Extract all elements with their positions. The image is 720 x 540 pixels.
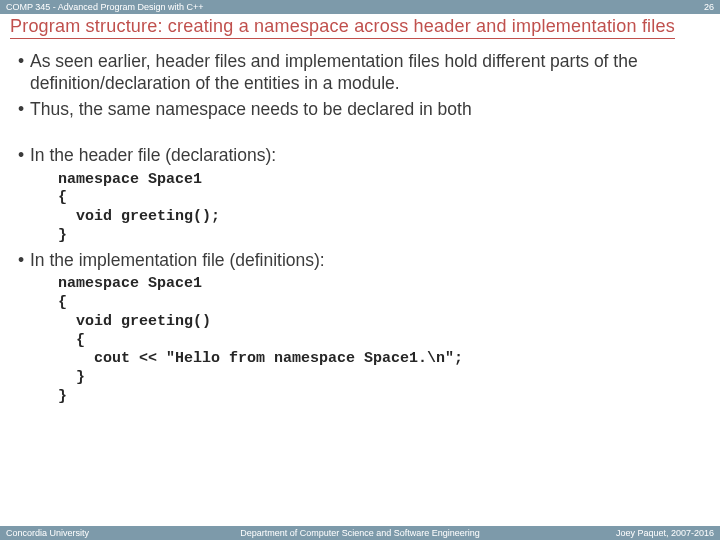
bullet-text: In the header file (declarations): [30, 145, 702, 167]
slide-title: Program structure: creating a namespace … [10, 16, 675, 39]
slide: COMP 345 - Advanced Program Design with … [0, 0, 720, 540]
bullet-text: Thus, the same namespace needs to be dec… [30, 99, 702, 121]
bullet-dot-icon [18, 145, 30, 167]
bullet-item: In the implementation file (definitions)… [18, 250, 702, 272]
code-block-impl: namespace Space1 { void greeting() { cou… [18, 275, 702, 406]
footer-left: Concordia University [6, 528, 89, 538]
header-bar: COMP 345 - Advanced Program Design with … [0, 0, 720, 14]
bullet-dot-icon [18, 99, 30, 121]
title-bar: Program structure: creating a namespace … [0, 14, 720, 41]
bullet-text: In the implementation file (definitions)… [30, 250, 702, 272]
footer-right: Joey Paquet, 2007-2016 [616, 528, 714, 538]
footer-bar: Concordia University Department of Compu… [0, 526, 720, 540]
bullet-text: As seen earlier, header files and implem… [30, 51, 702, 95]
footer-center: Department of Computer Science and Softw… [0, 528, 720, 538]
bullet-dot-icon [18, 51, 30, 95]
code-block-header: namespace Space1 { void greeting(); } [18, 171, 702, 246]
bullet-item: Thus, the same namespace needs to be dec… [18, 99, 702, 121]
page-number: 26 [704, 2, 714, 12]
bullet-item: In the header file (declarations): [18, 145, 702, 167]
spacer [18, 125, 702, 145]
bullet-dot-icon [18, 250, 30, 272]
bullet-item: As seen earlier, header files and implem… [18, 51, 702, 95]
slide-body: As seen earlier, header files and implem… [0, 41, 720, 407]
course-label: COMP 345 - Advanced Program Design with … [6, 2, 203, 12]
